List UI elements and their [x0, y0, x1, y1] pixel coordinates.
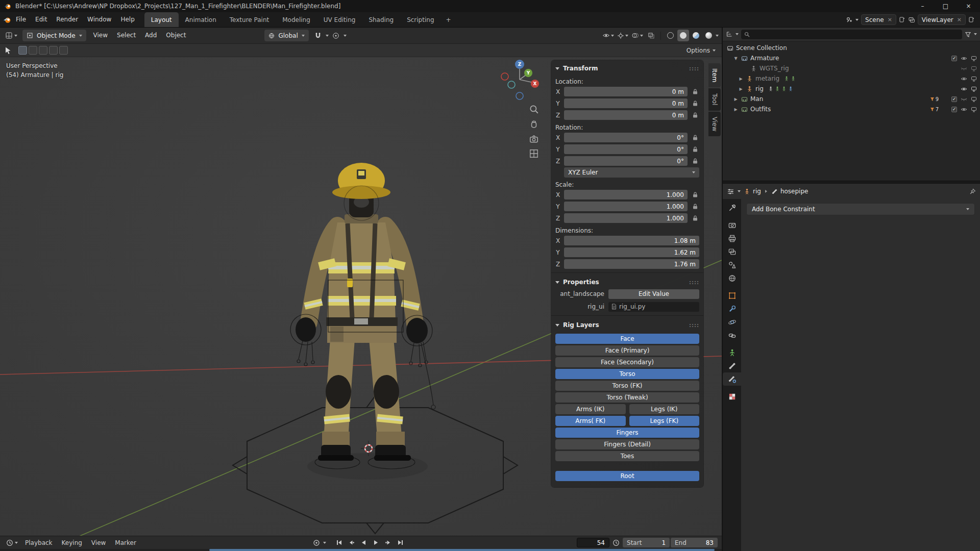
orientation-select[interactable]: Global	[264, 30, 308, 41]
timeline-scrollbar[interactable]	[0, 549, 722, 551]
rotation-mode-select[interactable]: XYZ Euler	[564, 167, 699, 178]
menu-view[interactable]: View	[87, 539, 110, 546]
next-keyframe-button[interactable]	[382, 538, 394, 548]
outliner-row-metarig[interactable]: ▶ metarig	[723, 73, 980, 84]
xray-toggle-button[interactable]	[645, 30, 657, 41]
rig-layer-legs-ik-button[interactable]: Legs (IK)	[629, 404, 700, 414]
menu-view[interactable]: View	[89, 28, 112, 43]
properties-editor-icon[interactable]	[727, 188, 734, 195]
shading-solid-button[interactable]	[677, 30, 689, 41]
disable-viewport-icon[interactable]	[971, 66, 977, 71]
rig-layer-legs-fk-button[interactable]: Legs (FK)	[629, 416, 700, 426]
workspace-tab-uv-editing[interactable]: UV Editing	[317, 12, 362, 27]
disable-viewport-icon[interactable]	[971, 76, 977, 82]
pan-hand-icon[interactable]	[529, 119, 539, 129]
menu-marker[interactable]: Marker	[111, 539, 140, 546]
exclude-checkbox[interactable]: ✓	[951, 107, 957, 112]
proportional-chevron-icon[interactable]	[344, 35, 347, 37]
properties-editor-chevron-icon[interactable]	[738, 190, 741, 192]
disable-viewport-icon[interactable]	[971, 107, 977, 112]
shading-chevron-icon[interactable]	[716, 35, 719, 37]
tab-physics-icon[interactable]	[723, 315, 741, 329]
rig-layer-face-button[interactable]: Face	[555, 334, 699, 344]
tab-object-data-icon[interactable]	[723, 346, 741, 359]
outliner-row-outfits[interactable]: ▶ Outfits 7 ✓	[723, 104, 980, 114]
new-view-layer-icon[interactable]	[968, 16, 975, 23]
viewport-3d[interactable]: User Perspective (54) Armature | rig Z Y	[0, 57, 722, 536]
location-x-field[interactable]: 0 m	[564, 87, 688, 96]
tab-object-icon[interactable]	[723, 289, 741, 302]
select-intersect-button[interactable]	[59, 46, 68, 55]
menu-render[interactable]: Render	[52, 12, 83, 27]
ortho-grid-icon[interactable]	[529, 148, 539, 159]
properties-panel-header[interactable]: Properties ::::	[555, 276, 699, 288]
rig-layer-face-secondary-button[interactable]: Face (Secondary)	[555, 357, 699, 367]
end-frame-field[interactable]: End 83	[671, 538, 718, 547]
rig-layer-arms-ik-button[interactable]: Arms (IK)	[555, 404, 626, 414]
sidebar-tab-tool[interactable]: Tool	[708, 88, 721, 110]
hide-eye-closed-icon[interactable]	[961, 66, 967, 71]
gizmos-toggle-button[interactable]	[616, 30, 629, 41]
location-z-field[interactable]: 0 m	[564, 110, 688, 120]
outliner-row-scene-collection[interactable]: Scene Collection	[723, 43, 980, 53]
timeline-scrollbar-thumb[interactable]	[209, 549, 715, 551]
tab-render-icon[interactable]	[723, 218, 741, 232]
rig-ui-field[interactable]: rig_ui.py	[608, 302, 699, 312]
exclude-checkbox[interactable]: ✓	[951, 96, 957, 102]
gizmo-z-neg-axis[interactable]	[516, 92, 523, 99]
tab-tool-icon[interactable]	[723, 201, 741, 214]
keying-set-chevron-icon[interactable]	[323, 542, 326, 544]
pin-icon[interactable]	[969, 188, 976, 195]
scene-browse-chevron-icon[interactable]	[855, 19, 859, 21]
hide-eye-icon[interactable]	[961, 107, 967, 112]
scale-z-field[interactable]: 1.000	[564, 213, 688, 223]
overlays-toggle-button[interactable]	[630, 30, 644, 41]
lock-scale-x-button[interactable]	[691, 192, 699, 197]
sidebar-tab-view[interactable]: View	[708, 112, 721, 136]
gizmo-y-neg-axis[interactable]	[508, 81, 515, 88]
timeline-editor-type-button[interactable]	[4, 539, 20, 546]
disclosure-icon[interactable]: ▶	[733, 107, 739, 112]
scene-name-field[interactable]: Scene ×	[861, 14, 896, 25]
tab-view-layer-icon[interactable]	[723, 245, 741, 258]
menu-select[interactable]: Select	[113, 28, 140, 43]
add-workspace-button[interactable]: +	[441, 12, 456, 27]
visibility-dropdown-button[interactable]	[601, 30, 615, 41]
select-tool-cursor-icon[interactable]	[4, 46, 12, 55]
disable-viewport-icon[interactable]	[971, 86, 977, 92]
tab-constraints-icon[interactable]	[723, 329, 741, 342]
rig-layer-torso-fk-button[interactable]: Torso (FK)	[555, 381, 699, 391]
view-layer-field[interactable]: ViewLayer ×	[918, 14, 966, 25]
outliner-row-armature[interactable]: ▼ Armature ✓	[723, 53, 980, 63]
tab-bone-icon[interactable]	[723, 359, 741, 372]
zoom-icon[interactable]	[529, 104, 539, 114]
hide-eye-icon[interactable]	[961, 56, 967, 61]
tab-modifiers-icon[interactable]	[723, 302, 741, 315]
tab-bone-constraint-icon[interactable]	[723, 372, 741, 386]
rig-layer-fingers-button[interactable]: Fingers	[555, 428, 699, 438]
breadcrumb-bone[interactable]: hosepipe	[771, 188, 808, 195]
hide-eye-closed-icon[interactable]	[961, 96, 967, 102]
outliner-search-input[interactable]	[741, 30, 962, 39]
proportional-edit-button[interactable]	[330, 30, 342, 41]
prev-keyframe-button[interactable]	[346, 538, 357, 548]
minimize-button[interactable]: –	[911, 0, 934, 12]
lock-location-y-button[interactable]	[691, 101, 699, 106]
workspace-tab-scripting[interactable]: Scripting	[400, 12, 440, 27]
jump-to-end-button[interactable]	[395, 538, 406, 548]
scale-y-field[interactable]: 1.000	[564, 202, 688, 211]
add-bone-constraint-button[interactable]: Add Bone Constraint	[746, 203, 975, 215]
current-frame-field[interactable]: 54	[577, 538, 609, 547]
snap-chevron-icon[interactable]	[326, 35, 329, 37]
dimensions-y-field[interactable]: 1.62 m	[564, 247, 699, 257]
snap-toggle-button[interactable]	[312, 30, 324, 41]
disclosure-icon[interactable]: ▼	[733, 56, 739, 61]
exclude-checkbox[interactable]: ✓	[951, 56, 957, 61]
select-set-button[interactable]	[18, 46, 27, 55]
edit-value-button[interactable]: Edit Value	[608, 289, 699, 299]
scene-unlink-icon[interactable]: ×	[888, 16, 892, 23]
outliner-row-man[interactable]: ▶ Man 9 ✓	[723, 94, 980, 104]
shading-wireframe-button[interactable]	[665, 30, 676, 41]
play-reverse-button[interactable]	[358, 538, 369, 548]
navigation-gizmo[interactable]: Z Y X	[497, 59, 543, 105]
